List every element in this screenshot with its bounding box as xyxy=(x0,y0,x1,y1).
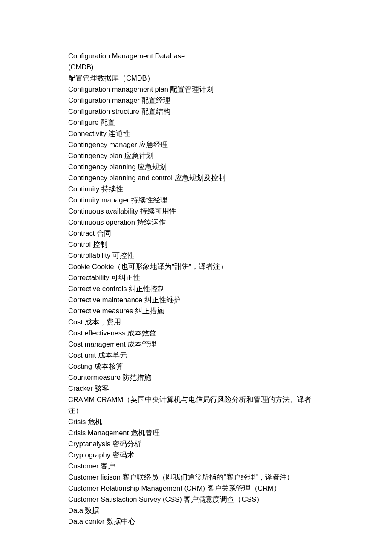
glossary-entry: (CMDB) xyxy=(68,61,324,72)
glossary-entry: Countermeasure 防范措施 xyxy=(68,372,324,383)
glossary-entry: Cryptanalysis 密码分析 xyxy=(68,438,324,449)
glossary-entry: Customer Relationship Management (CRM) 客… xyxy=(68,483,324,494)
glossary-entry: Continuity 持续性 xyxy=(68,183,324,194)
glossary-entry: Contingency planning 应急规划 xyxy=(68,161,324,172)
glossary-entry: Corrective controls 纠正性控制 xyxy=(68,283,324,294)
glossary-entry: Configure 配置 xyxy=(68,117,324,128)
glossary-entry: Cryptography 密码术 xyxy=(68,449,324,460)
glossary-entry: Cost effectiveness 成本效益 xyxy=(68,327,324,338)
glossary-entry: Customer 客户 xyxy=(68,460,324,471)
glossary-entry: Crisis Management 危机管理 xyxy=(68,427,324,438)
glossary-entry: Continuous operation 持续运作 xyxy=(68,217,324,228)
glossary-entry: Data center 数据中心 xyxy=(68,516,324,527)
glossary-entry: Contingency manager 应急经理 xyxy=(68,139,324,150)
glossary-entry: Costing 成本核算 xyxy=(68,361,324,372)
glossary-entry: Data 数据 xyxy=(68,505,324,516)
glossary-entry: Customer liaison 客户联络员（即我们通常所指的"客户经理"，译者… xyxy=(68,471,324,483)
glossary-page: Configuration Management Database (CMDB)… xyxy=(0,0,392,552)
glossary-entry: Crisis 危机 xyxy=(68,416,324,427)
glossary-entry: Continuity manager 持续性经理 xyxy=(68,194,324,205)
glossary-entry: Corrective maintenance 纠正性维护 xyxy=(68,294,324,305)
glossary-entry: Control 控制 xyxy=(68,239,324,250)
glossary-entry: Contingency plan 应急计划 xyxy=(68,150,324,161)
glossary-entry: Configuration management plan 配置管理计划 xyxy=(68,84,324,95)
glossary-entry: Configuration manager 配置经理 xyxy=(68,95,324,106)
glossary-entry: Cookie Cookie（也可形象地译为"甜饼"，译者注） xyxy=(68,261,324,272)
glossary-entry: Cost 成本，费用 xyxy=(68,316,324,327)
glossary-entry: Customer Satisfaction Survey (CSS) 客户满意度… xyxy=(68,494,324,505)
glossary-entry: Contingency planning and control 应急规划及控制 xyxy=(68,172,324,183)
glossary-entry: Correctability 可纠正性 xyxy=(68,272,324,283)
glossary-entry: Contract 合同 xyxy=(68,228,324,239)
glossary-entry: Cracker 骇客 xyxy=(68,383,324,394)
glossary-entry: Cost management 成本管理 xyxy=(68,338,324,350)
glossary-entry: Configuration structure 配置结构 xyxy=(68,106,324,117)
glossary-entry: Controllability 可控性 xyxy=(68,250,324,261)
glossary-entry: Corrective measures 纠正措施 xyxy=(68,305,324,316)
glossary-entry: CRAMM CRAMM（英国中央计算机与电信局行风险分析和管理的方法。译者注） xyxy=(68,394,324,416)
glossary-entry: Connectivity 连通性 xyxy=(68,128,324,139)
glossary-entry: 配置管理数据库（CMDB） xyxy=(68,72,324,84)
glossary-entry: Continuous availability 持续可用性 xyxy=(68,205,324,217)
glossary-entry: Cost unit 成本单元 xyxy=(68,350,324,361)
glossary-entry: Configuration Management Database xyxy=(68,50,324,61)
